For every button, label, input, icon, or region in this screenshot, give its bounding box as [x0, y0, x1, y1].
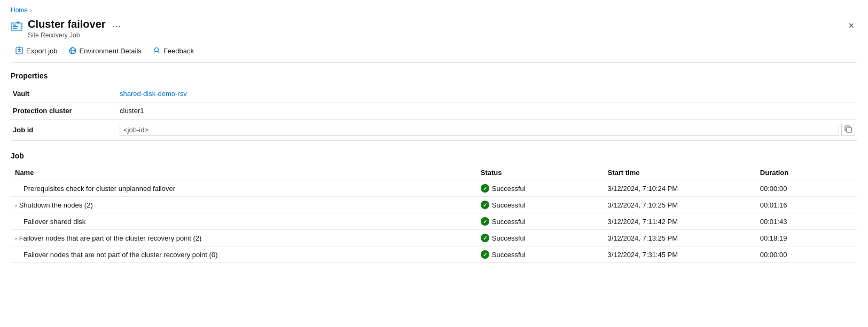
toolbar: Export job Environment Details Feedback: [11, 44, 857, 63]
job-name-text: Failover nodes that are not part of the …: [24, 251, 217, 259]
job-row-duration: 00:00:00: [756, 180, 857, 197]
breadcrumb: Home ›: [11, 6, 857, 14]
export-job-label: Export job: [26, 47, 58, 55]
job-row-starttime: 3/12/2024, 7:13:25 PM: [604, 230, 756, 246]
property-value-protection-cluster: cluster1: [118, 102, 857, 119]
title-block: Cluster failover ... Site Recovery Job: [28, 18, 124, 39]
col-header-duration: Duration: [756, 165, 857, 180]
table-row: › Failover nodes that are part of the cl…: [11, 230, 857, 246]
job-row-duration: 00:01:43: [756, 213, 857, 230]
table-row: Failover shared diskSuccessful3/12/2024,…: [11, 213, 857, 230]
export-job-icon: [15, 46, 24, 55]
property-label-job-id: Job id: [11, 119, 118, 141]
status-text: Successful: [492, 218, 526, 226]
job-row-status: Successful: [476, 246, 604, 263]
job-table-header-row: Name Status Start time Duration: [11, 165, 857, 180]
header-left: Cluster failover ... Site Recovery Job: [11, 18, 124, 39]
job-row-name: Failover nodes that are not part of the …: [11, 246, 476, 263]
property-label-protection-cluster: Protection cluster: [11, 102, 118, 119]
job-row-starttime: 3/12/2024, 7:10:25 PM: [604, 197, 756, 213]
job-name-text: Shutdown the nodes (2): [19, 201, 93, 209]
job-row-duration: 00:18:19: [756, 230, 857, 246]
environment-details-icon: [68, 46, 77, 55]
job-row-name: Prerequisites check for cluster unplanne…: [11, 180, 476, 197]
ellipsis-button[interactable]: ...: [110, 19, 124, 30]
success-icon: [481, 250, 489, 259]
success-icon: [481, 184, 489, 193]
page-subtitle: Site Recovery Job: [28, 31, 124, 39]
property-value-vault: shared-disk-demo-rsv: [118, 85, 857, 102]
job-section: Job Name Status Start time Duration Prer…: [11, 151, 857, 263]
property-label-vault: Vault: [11, 85, 118, 102]
job-row-duration: 00:01:16: [756, 197, 857, 213]
job-name-text: Prerequisites check for cluster unplanne…: [24, 185, 175, 193]
copy-icon: [844, 125, 852, 133]
status-text: Successful: [492, 201, 526, 209]
close-button[interactable]: ×: [845, 18, 857, 34]
feedback-button[interactable]: Feedback: [148, 44, 198, 57]
success-icon: [481, 234, 489, 242]
job-row-status: Successful: [476, 180, 604, 197]
property-row-vault: Vault shared-disk-demo-rsv: [11, 85, 857, 102]
breadcrumb-separator: ›: [30, 7, 32, 13]
breadcrumb-home-link[interactable]: Home: [11, 6, 28, 14]
job-row-status: Successful: [476, 230, 604, 246]
job-name-text: Failover nodes that are part of the clus…: [19, 234, 202, 242]
environment-details-button[interactable]: Environment Details: [64, 44, 146, 57]
col-header-status: Status: [476, 165, 604, 180]
table-row: Prerequisites check for cluster unplanne…: [11, 180, 857, 197]
property-row-protection-cluster: Protection cluster cluster1: [11, 102, 857, 119]
job-row-status: Successful: [476, 213, 604, 230]
job-row-starttime: 3/12/2024, 7:11:42 PM: [604, 213, 756, 230]
properties-section: Properties Vault shared-disk-demo-rsv Pr…: [11, 71, 857, 141]
job-row-name: Failover shared disk: [11, 213, 476, 230]
site-recovery-icon: [11, 20, 22, 34]
col-header-name: Name: [11, 165, 476, 180]
expand-arrow-icon[interactable]: ›: [15, 202, 17, 209]
job-row-starttime: 3/12/2024, 7:31:45 PM: [604, 246, 756, 263]
expand-arrow-icon[interactable]: ›: [15, 235, 17, 242]
job-row-status: Successful: [476, 197, 604, 213]
col-header-starttime: Start time: [604, 165, 756, 180]
environment-details-label: Environment Details: [80, 47, 142, 55]
job-row-duration: 00:00:00: [756, 246, 857, 263]
job-table: Name Status Start time Duration Prerequi…: [11, 165, 857, 263]
page-title: Cluster failover ...: [28, 18, 124, 30]
success-icon: [481, 201, 489, 209]
table-row: › Shutdown the nodes (2)Successful3/12/2…: [11, 197, 857, 213]
copy-job-id-button[interactable]: [841, 124, 855, 136]
vault-link[interactable]: shared-disk-demo-rsv: [120, 90, 187, 98]
job-name-text: Failover shared disk: [24, 218, 85, 226]
properties-title: Properties: [11, 71, 857, 80]
property-row-job-id: Job id: [11, 119, 857, 141]
status-text: Successful: [492, 185, 526, 193]
success-icon: [481, 217, 489, 226]
job-row-name: › Failover nodes that are part of the cl…: [11, 230, 476, 246]
job-title: Job: [11, 151, 857, 160]
export-job-button[interactable]: Export job: [11, 44, 62, 57]
job-row-name: › Shutdown the nodes (2): [11, 197, 476, 213]
feedback-icon: [152, 46, 161, 55]
page-header: Cluster failover ... Site Recovery Job ×: [11, 18, 857, 39]
feedback-label: Feedback: [163, 47, 194, 55]
status-text: Successful: [492, 234, 526, 242]
table-row: Failover nodes that are not part of the …: [11, 246, 857, 263]
properties-table: Vault shared-disk-demo-rsv Protection cl…: [11, 85, 857, 141]
job-row-starttime: 3/12/2024, 7:10:24 PM: [604, 180, 756, 197]
status-text: Successful: [492, 251, 526, 259]
job-id-input[interactable]: [120, 124, 839, 136]
svg-rect-11: [847, 127, 851, 132]
property-value-job-id: [118, 119, 857, 141]
